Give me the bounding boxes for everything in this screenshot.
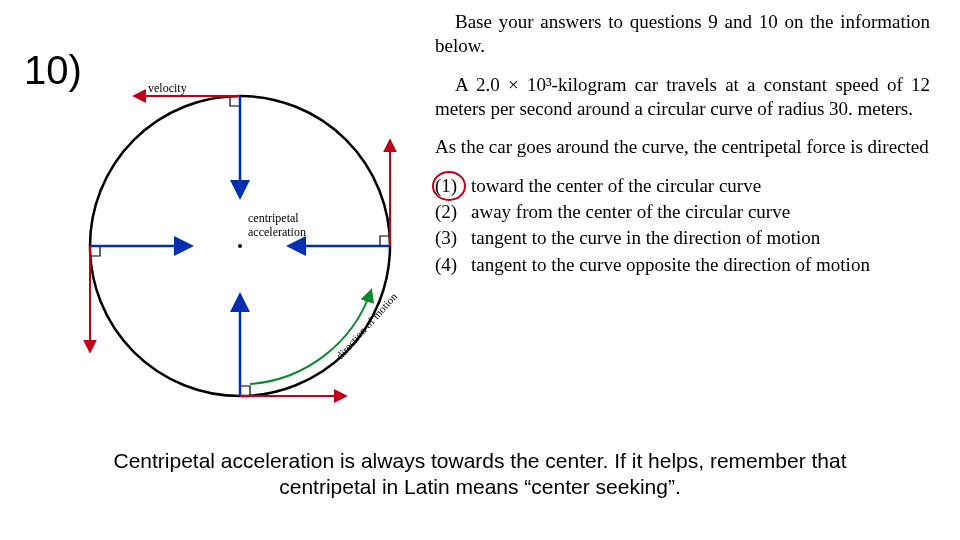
choice-1: (1) toward the center of the circular cu… [435, 174, 930, 198]
right-angle-right [380, 236, 390, 246]
center-dot [238, 244, 242, 248]
explanation-text: Centripetal acceleration is always towar… [100, 448, 860, 501]
slide: 10) [0, 0, 960, 540]
choice-number-2: (2) [435, 200, 467, 224]
choice-number-4: (4) [435, 253, 467, 277]
prompt-text: As the car goes around the curve, the ce… [435, 135, 930, 159]
right-angle-bottom [240, 386, 250, 396]
velocity-label: velocity [148, 81, 187, 95]
centripetal-diagram: velocity centripetal acceleration direct… [60, 76, 430, 416]
centripetal-label-2: acceleration [248, 225, 306, 239]
choice-4: (4) tangent to the curve opposite the di… [435, 253, 930, 277]
question-text-column: Base your answers to questions 9 and 10 … [435, 10, 930, 279]
choice-text-1: toward the center of the circular curve [471, 175, 761, 196]
choice-number-3: (3) [435, 226, 467, 250]
right-angle-left [90, 246, 100, 256]
choice-text-3: tangent to the curve in the direction of… [471, 227, 820, 248]
centripetal-label-1: centripetal [248, 211, 299, 225]
choice-text-4: tangent to the curve opposite the direct… [471, 254, 870, 275]
choice-2: (2) away from the center of the circular… [435, 200, 930, 224]
choice-text-2: away from the center of the circular cur… [471, 201, 790, 222]
choice-3: (3) tangent to the curve in the directio… [435, 226, 930, 250]
choice-number-1: (1) [435, 174, 467, 198]
instruction-text: Base your answers to questions 9 and 10 … [435, 10, 930, 59]
right-angle-top [230, 96, 240, 106]
given-text: A 2.0 × 10³-kilogram car travels at a co… [435, 73, 930, 122]
answer-choices: (1) toward the center of the circular cu… [435, 174, 930, 277]
